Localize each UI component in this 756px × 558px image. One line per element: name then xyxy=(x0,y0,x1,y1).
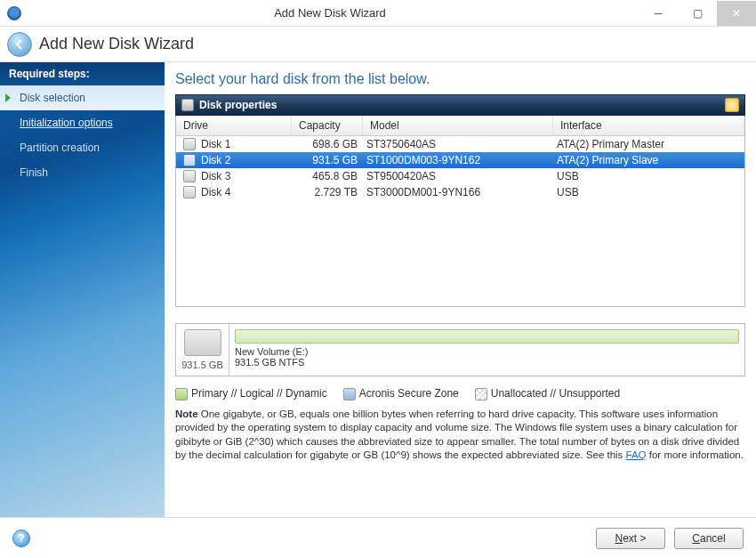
wizard-main: Select your hard disk from the list belo… xyxy=(165,62,756,517)
next-button[interactable]: Next > xyxy=(596,528,665,549)
note-text: Note One gigabyte, or GB, equals one bil… xyxy=(175,408,745,463)
cell-model: ST3000DM001-9YN166 xyxy=(363,186,553,198)
cell-interface: USB xyxy=(553,186,744,198)
page-heading: Select your hard disk from the list belo… xyxy=(175,71,745,87)
col-drive[interactable]: Drive xyxy=(176,116,292,135)
cell-interface: ATA(2) Primary Master xyxy=(553,138,744,150)
sidebar-item-initialization-options[interactable]: Initialization options xyxy=(0,110,165,135)
legend-unallocated: Unallocated // Unsupported xyxy=(491,387,620,400)
disk-summary: 931.5 GB xyxy=(176,324,229,376)
hdd-icon xyxy=(184,329,221,356)
legend-swatch-primary xyxy=(175,388,188,400)
disk-properties-header: Disk properties xyxy=(175,94,745,116)
cell-capacity: 2.729 TB xyxy=(292,186,363,198)
volume-bar[interactable] xyxy=(235,329,739,344)
hdd-icon xyxy=(183,138,196,150)
legend-primary: Primary // Logical // Dynamic xyxy=(191,387,327,400)
panel-options-icon[interactable] xyxy=(725,98,739,112)
table-row[interactable]: Disk 2931.5 GBST1000DM003-9YN162ATA(2) P… xyxy=(176,152,744,168)
disk-properties-title: Disk properties xyxy=(199,99,725,111)
volume-area[interactable]: New Volume (E:) 931.5 GB NTFS xyxy=(229,324,744,376)
table-row[interactable]: Disk 3465.8 GBST9500420ASUSB xyxy=(176,168,744,184)
cell-model: ST1000DM003-9YN162 xyxy=(363,154,553,166)
disk-capacity-label: 931.5 GB xyxy=(181,360,223,370)
cell-drive: Disk 3 xyxy=(201,170,230,182)
close-button[interactable]: ✕ xyxy=(717,1,756,26)
cell-drive: Disk 1 xyxy=(201,138,230,150)
cell-drive: Disk 4 xyxy=(201,186,230,198)
volume-detail: 931.5 GB NTFS xyxy=(235,357,739,368)
wizard-sidebar: Required steps: Disk selection Initializ… xyxy=(0,62,165,517)
hdd-icon xyxy=(183,186,196,198)
wizard-footer: ? Next > Cancel xyxy=(0,517,756,558)
col-model[interactable]: Model xyxy=(363,116,553,135)
app-icon xyxy=(7,6,21,20)
sidebar-heading: Required steps: xyxy=(0,62,165,85)
disk-icon xyxy=(181,99,194,111)
help-icon[interactable]: ? xyxy=(12,530,30,547)
col-interface[interactable]: Interface xyxy=(553,116,744,135)
window-title: Add New Disk Wizard xyxy=(21,6,639,20)
minimize-button[interactable]: ─ xyxy=(639,1,678,26)
sidebar-item-finish: Finish xyxy=(0,160,165,185)
legend-acronis: Acronis Secure Zone xyxy=(359,387,459,400)
note-bold: Note xyxy=(175,408,198,419)
disk-layout-box: 931.5 GB New Volume (E:) 931.5 GB NTFS xyxy=(175,323,745,376)
table-row[interactable]: Disk 1698.6 GBST3750640ASATA(2) Primary … xyxy=(176,136,744,152)
disk-table[interactable]: Drive Capacity Model Interface Disk 1698… xyxy=(175,116,745,307)
cell-capacity: 465.8 GB xyxy=(292,170,363,182)
arrow-left-icon xyxy=(14,39,25,50)
hdd-icon xyxy=(183,154,196,166)
volume-name: New Volume (E:) xyxy=(235,346,739,357)
window-titlebar: Add New Disk Wizard ─ ▢ ✕ xyxy=(0,0,756,27)
cell-capacity: 698.6 GB xyxy=(292,138,363,150)
hdd-icon xyxy=(183,170,196,182)
cell-drive: Disk 2 xyxy=(201,154,230,166)
sidebar-item-partition-creation: Partition creation xyxy=(0,135,165,160)
cancel-button[interactable]: Cancel xyxy=(674,528,744,549)
cell-model: ST3750640AS xyxy=(363,138,553,150)
cell-capacity: 931.5 GB xyxy=(292,154,363,166)
cell-model: ST9500420AS xyxy=(363,170,553,182)
note-part2: for more information. xyxy=(647,449,744,460)
legend-swatch-unallocated xyxy=(475,388,487,400)
table-row[interactable]: Disk 42.729 TBST3000DM001-9YN166USB xyxy=(176,184,744,200)
table-body: Disk 1698.6 GBST3750640ASATA(2) Primary … xyxy=(176,136,744,200)
legend-swatch-acronis xyxy=(343,388,356,400)
maximize-button[interactable]: ▢ xyxy=(678,1,717,26)
wizard-header: Add New Disk Wizard xyxy=(0,27,756,62)
wizard-title: Add New Disk Wizard xyxy=(39,35,194,53)
table-header: Drive Capacity Model Interface xyxy=(176,116,744,136)
cell-interface: USB xyxy=(553,170,744,182)
sidebar-item-disk-selection[interactable]: Disk selection xyxy=(0,85,165,110)
back-button[interactable] xyxy=(7,32,32,57)
legend: Primary // Logical // Dynamic Acronis Se… xyxy=(175,387,745,400)
faq-link[interactable]: FAQ xyxy=(626,449,647,460)
col-capacity[interactable]: Capacity xyxy=(292,116,363,135)
cell-interface: ATA(2) Primary Slave xyxy=(553,154,744,166)
